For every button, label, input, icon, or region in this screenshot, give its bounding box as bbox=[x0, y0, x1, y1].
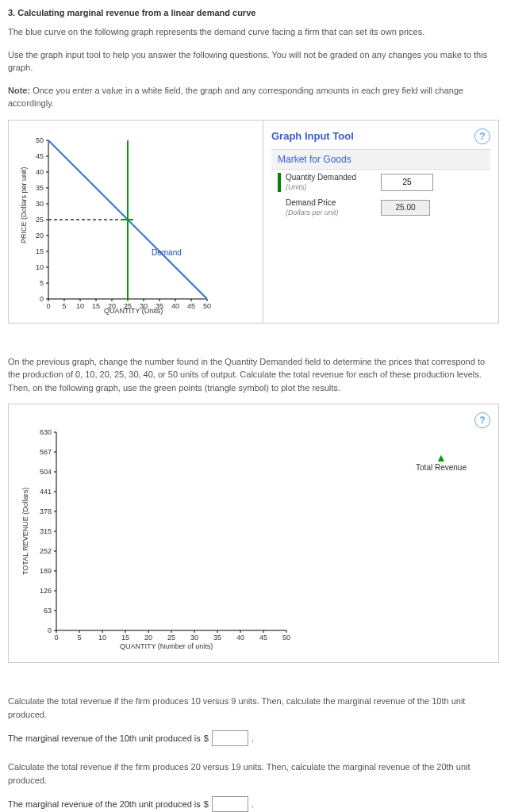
svg-text:45: 45 bbox=[187, 302, 195, 310]
svg-text:0: 0 bbox=[40, 295, 44, 303]
svg-text:315: 315 bbox=[40, 527, 52, 535]
q1-input[interactable] bbox=[212, 730, 248, 746]
svg-text:35: 35 bbox=[36, 184, 44, 192]
svg-text:567: 567 bbox=[40, 448, 52, 456]
svg-text:40: 40 bbox=[36, 168, 44, 176]
qty-demanded-input[interactable] bbox=[381, 174, 433, 191]
svg-text:45: 45 bbox=[259, 634, 267, 642]
svg-text:30: 30 bbox=[190, 634, 198, 642]
svg-text:25: 25 bbox=[167, 634, 175, 642]
help-icon[interactable]: ? bbox=[474, 128, 490, 144]
demand-chart[interactable]: 05101520253035404550 0510152025303540455… bbox=[17, 132, 223, 315]
graph-input-tool-title: Graph Input Tool bbox=[271, 130, 354, 142]
total-revenue-legend[interactable]: ▲ Total Revenue bbox=[416, 452, 467, 472]
chart1-xlabel: QUANTITY (Units) bbox=[104, 307, 163, 315]
demand-series-label: Demand bbox=[152, 248, 182, 257]
qty-demanded-label: Quantity Demanded (Units) bbox=[286, 173, 381, 192]
svg-text:40: 40 bbox=[171, 302, 179, 310]
demand-price-label: Demand Price (Dollars per unit) bbox=[286, 198, 381, 217]
graph-panel-1: 05101520253035404550 0510152025303540455… bbox=[8, 120, 499, 324]
q1-prompt: Calculate the total revenue if the firm … bbox=[8, 695, 499, 721]
svg-text:35: 35 bbox=[213, 634, 221, 642]
svg-text:30: 30 bbox=[36, 200, 44, 208]
svg-text:63: 63 bbox=[44, 607, 52, 615]
chart1-ylabel: PRICE (Dollars per unit) bbox=[20, 167, 28, 243]
svg-text:20: 20 bbox=[144, 634, 152, 642]
svg-text:630: 630 bbox=[40, 428, 52, 436]
note-label: Note: bbox=[8, 86, 30, 95]
svg-text:15: 15 bbox=[121, 634, 129, 642]
chart2-ylabel: TOTAL REVENUE (Dollars) bbox=[21, 488, 29, 575]
svg-text:15: 15 bbox=[36, 247, 44, 255]
svg-text:0: 0 bbox=[48, 626, 52, 634]
svg-text:0: 0 bbox=[46, 302, 50, 310]
svg-text:40: 40 bbox=[236, 634, 244, 642]
svg-text:10: 10 bbox=[36, 263, 44, 271]
svg-text:10: 10 bbox=[76, 302, 84, 310]
svg-text:50: 50 bbox=[36, 136, 44, 144]
mid-instruction: On the previous graph, change the number… bbox=[8, 355, 499, 395]
note-text: Note: Once you enter a value in a white … bbox=[8, 84, 499, 110]
svg-text:5: 5 bbox=[62, 302, 66, 310]
intro-text-2: Use the graph input tool to help you ans… bbox=[8, 48, 499, 75]
q2-input[interactable] bbox=[212, 796, 248, 812]
q2-answer-line: The marginal revenue of the 20th unit pr… bbox=[8, 796, 499, 812]
svg-text:441: 441 bbox=[40, 488, 52, 496]
revenue-chart[interactable]: 063126189252315378441504567630 051015202… bbox=[17, 416, 318, 654]
chart2-xlabel: QUANTITY (Number of units) bbox=[120, 642, 213, 650]
svg-text:504: 504 bbox=[40, 468, 52, 476]
help-icon[interactable]: ? bbox=[474, 412, 490, 428]
svg-text:0: 0 bbox=[54, 634, 58, 642]
question-title: 3. Calculating marginal revenue from a l… bbox=[8, 8, 499, 17]
svg-text:25: 25 bbox=[36, 216, 44, 224]
q1-answer-line: The marginal revenue of the 10th unit pr… bbox=[8, 730, 499, 746]
svg-text:5: 5 bbox=[77, 634, 81, 642]
market-section-header: Market for Goods bbox=[271, 149, 490, 170]
series-marker-icon bbox=[278, 173, 281, 192]
svg-text:378: 378 bbox=[40, 508, 52, 515]
note-body: Once you enter a value in a white field,… bbox=[8, 86, 463, 109]
graph-panel-2: ? ▲ Total Revenue 0631261892523153784415… bbox=[8, 404, 499, 663]
svg-text:20: 20 bbox=[36, 232, 44, 239]
svg-text:126: 126 bbox=[40, 587, 52, 595]
svg-text:252: 252 bbox=[40, 547, 52, 555]
svg-text:50: 50 bbox=[282, 634, 290, 642]
svg-text:10: 10 bbox=[98, 634, 106, 642]
triangle-icon: ▲ bbox=[416, 452, 467, 463]
svg-text:15: 15 bbox=[92, 302, 100, 310]
svg-text:50: 50 bbox=[203, 302, 211, 310]
legend-label: Total Revenue bbox=[416, 463, 467, 472]
svg-text:5: 5 bbox=[40, 279, 44, 287]
demand-price-output: 25.00 bbox=[381, 200, 430, 216]
svg-text:45: 45 bbox=[36, 152, 44, 160]
intro-text-1: The blue curve on the following graph re… bbox=[8, 25, 499, 39]
svg-text:189: 189 bbox=[40, 567, 52, 575]
q2-prompt: Calculate the total revenue if the firm … bbox=[8, 760, 499, 787]
